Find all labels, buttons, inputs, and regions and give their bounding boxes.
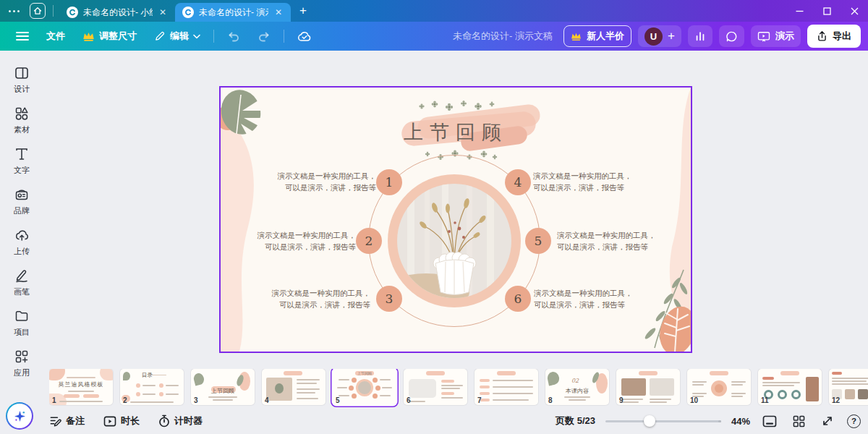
slide-thumbnail-3[interactable]: 上节回顾 3 <box>191 369 255 405</box>
home-button[interactable] <box>30 3 46 19</box>
tab-design-2-active[interactable]: 未命名的设计- 演示... ✕ <box>175 3 291 22</box>
thumbnail-number: 12 <box>832 396 840 404</box>
promo-button[interactable]: 新人半价 <box>563 25 631 47</box>
home-icon <box>33 7 42 15</box>
slide-thumbnail-7[interactable]: 7 <box>475 369 538 405</box>
sidebar-item-brand[interactable]: 品牌 <box>3 187 41 216</box>
slide-title[interactable]: 上节回顾 <box>221 119 691 145</box>
canva-favicon <box>182 7 194 18</box>
stopwatch-icon <box>158 414 170 427</box>
presenter-view-button[interactable] <box>760 412 779 430</box>
item-text-3[interactable]: 演示文稿是一种实用的工具， 可以是演示，演讲，报告等 <box>269 287 370 310</box>
center-photo[interactable] <box>397 184 511 298</box>
item-circle-4[interactable]: 4 <box>505 169 531 195</box>
sidebar-item-text[interactable]: 文字 <box>3 146 41 176</box>
item-text-2[interactable]: 演示文稿是一种实用的工具， 可以是演示，演讲，报告等 <box>255 229 356 252</box>
slide-thumbnail-8[interactable]: 02 本课内容 8 <box>545 369 609 405</box>
edit-button[interactable]: 编辑 <box>147 25 208 47</box>
toolbar: 文件 调整尺寸 编辑 <box>0 22 868 51</box>
insights-button[interactable] <box>688 25 712 47</box>
corner-leaves-decor <box>639 267 691 352</box>
cloud-save-status[interactable] <box>290 26 319 46</box>
item-circle-1[interactable]: 1 <box>376 169 402 195</box>
resize-button[interactable]: 调整尺寸 <box>75 25 144 47</box>
zoom-slider-handle[interactable] <box>644 415 655 427</box>
page-counter[interactable]: 页数 5/23 <box>556 414 595 427</box>
redo-button[interactable] <box>250 26 278 46</box>
document-title[interactable]: 未命名的设计- 演示文稿 <box>453 30 553 43</box>
slide-thumbnail-10[interactable]: 10 <box>687 369 751 405</box>
item-circle-3[interactable]: 3 <box>376 286 402 312</box>
grid-view-button[interactable] <box>789 412 808 430</box>
sidebar-item-projects[interactable]: 项目 <box>3 308 41 338</box>
comments-button[interactable] <box>719 25 744 47</box>
ai-assistant-button[interactable] <box>6 402 33 430</box>
item-text-1[interactable]: 演示文稿是一种实用的工具， 可以是演示，演讲，报告等 <box>275 170 376 193</box>
avatar[interactable]: U <box>644 27 663 46</box>
expand-arrows-icon <box>822 415 833 427</box>
item-text-5[interactable]: 演示文稿是一种实用的工具， 可以是演示，演讲，报告等 <box>557 229 658 252</box>
tab-close-icon[interactable]: ✕ <box>273 7 284 18</box>
sidebar-item-uploads[interactable]: 上传 <box>3 227 41 257</box>
titlebar-divider <box>53 5 54 17</box>
notes-button[interactable]: 备注 <box>43 410 90 432</box>
slide-page-5: 上节回顾 <box>221 88 691 352</box>
sidebar-item-apps[interactable]: 应用 <box>3 349 41 378</box>
thumbnail-number: 11 <box>761 396 769 404</box>
help-button[interactable]: ? <box>847 414 861 428</box>
zoom-slider-track[interactable] <box>605 420 721 422</box>
slide-thumbnail-9[interactable]: 9 <box>616 369 680 405</box>
present-button[interactable]: 演示 <box>751 25 801 47</box>
statusbar: 备注 时长 计时器 页数 5/23 <box>0 408 868 434</box>
sidebar: 设计 素材 文字 品牌 <box>0 51 43 369</box>
sidebar-item-elements[interactable]: 素材 <box>3 106 41 135</box>
hamburger-icon <box>16 31 29 41</box>
item-circle-6[interactable]: 6 <box>505 286 531 312</box>
crown-icon <box>571 32 582 41</box>
collaborators-group: U + <box>638 25 681 47</box>
duration-button[interactable]: 时长 <box>98 410 145 432</box>
minimize-button[interactable] <box>786 0 813 22</box>
slide-thumbnail-5-selected[interactable]: 上节回顾 5 <box>333 369 396 405</box>
undo-button[interactable] <box>220 26 247 46</box>
export-button[interactable]: 导出 <box>807 25 861 48</box>
hamburger-menu-button[interactable] <box>9 27 36 46</box>
tab-design-1[interactable]: 未命名的设计- 小红... ✕ <box>59 3 175 22</box>
item-circle-5[interactable]: 5 <box>525 228 551 254</box>
slide-thumbnail-12[interactable]: 12 <box>829 369 868 405</box>
thumbnail-preview: 莫兰迪风格模板 <box>49 369 113 405</box>
presentation-screen-icon <box>757 31 770 42</box>
fullscreen-button[interactable] <box>818 412 837 430</box>
timer-button[interactable]: 计时器 <box>153 410 208 432</box>
floral-doodles-top <box>416 99 500 114</box>
crown-icon <box>82 31 95 42</box>
sparkle-icon <box>13 409 27 423</box>
close-button[interactable] <box>841 0 868 22</box>
selected-slide-canvas[interactable]: 上节回顾 <box>219 86 692 353</box>
sidebar-item-design[interactable]: 设计 <box>3 65 41 95</box>
item-text-6[interactable]: 演示文稿是一种实用的工具， 可以是演示，演讲，报告等 <box>534 287 635 310</box>
file-menu-button[interactable]: 文件 <box>39 25 72 47</box>
tab-label: 未命名的设计- 小红... <box>83 7 153 19</box>
slide-thumbnail-11[interactable]: 11 <box>758 369 822 405</box>
chevron-down-icon <box>193 34 200 39</box>
maximize-button[interactable] <box>813 0 841 22</box>
sidebar-item-draw[interactable]: 画笔 <box>3 268 41 297</box>
zoom-percentage[interactable]: 44% <box>731 416 750 427</box>
slide-thumbnail-6[interactable]: 6 <box>404 369 467 405</box>
item-circle-2[interactable]: 2 <box>356 228 382 254</box>
tab-close-icon[interactable]: ✕ <box>158 7 168 18</box>
thumbnail-preview <box>616 369 680 405</box>
browser-menu-icon[interactable] <box>9 10 20 12</box>
new-tab-button[interactable]: + <box>299 4 307 18</box>
slide-thumbnail-2[interactable]: 目录 2 <box>120 369 184 405</box>
slide-thumbnail-1[interactable]: 莫兰迪风格模板 1 <box>49 369 113 405</box>
slide-thumbnail-4[interactable]: 4 <box>262 369 326 405</box>
thumbnail-number: 9 <box>619 396 624 404</box>
add-member-button[interactable]: + <box>668 29 675 43</box>
zoom-slider[interactable] <box>605 415 721 427</box>
draw-pen-icon <box>14 268 30 284</box>
titlebar: 未命名的设计- 小红... ✕ 未命名的设计- 演示... ✕ + <box>0 0 868 22</box>
undo-icon <box>227 30 240 42</box>
item-text-4[interactable]: 演示文稿是一种实用的工具， 可以是演示，演讲，报告等 <box>533 170 634 193</box>
